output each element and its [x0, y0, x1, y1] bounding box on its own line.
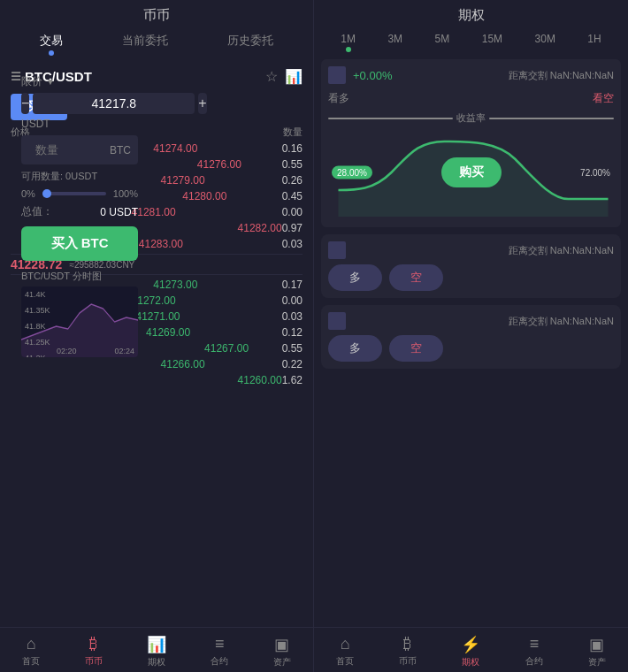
- trade-inputs: 限价 ▼ − + USDT BTC 可用数量: 0USDT 0%: [0, 71, 159, 361]
- left-bottom-nav: ⌂ 首页 ₿ 币币 📊 期权 ≡ 合约 ▣ 资产: [0, 627, 313, 672]
- card-1-bear-button[interactable]: 空: [389, 264, 443, 291]
- kline-icon[interactable]: 📊: [285, 68, 303, 85]
- time-tabs: 1M 3M 5M 15M 30M 1H: [314, 27, 628, 59]
- right-nav-contract[interactable]: ≡ 合约: [525, 635, 543, 668]
- nav-options[interactable]: 📊 期权: [147, 635, 166, 668]
- time-tab-1m[interactable]: 1M: [335, 31, 361, 54]
- card-2-bull-button[interactable]: 多: [328, 335, 382, 362]
- currency-label: USDT: [11, 116, 149, 132]
- right-nav-home-label: 首页: [336, 655, 354, 668]
- tab-history-orders[interactable]: 历史委托: [222, 31, 279, 57]
- options-cards: 距离交割 NaN:NaN:NaN 多 空 距离交割 NaN:NaN:NaN 多 …: [314, 227, 628, 627]
- time-tab-3m[interactable]: 3M: [382, 31, 408, 54]
- slider-track[interactable]: [42, 192, 106, 195]
- profit-line-right: [489, 118, 614, 119]
- table-row: 41260.00 1.62: [11, 372, 303, 388]
- star-icon[interactable]: ☆: [265, 68, 278, 85]
- buy-btc-button[interactable]: 买入 BTC: [21, 226, 138, 261]
- chart-section: BTC/USDT 分时图 41.4K 41.35K 41.8K 41.25K 4…: [11, 266, 149, 361]
- options-icon: 📊: [147, 635, 166, 654]
- options-chart-area: +0.00% 距离交割 NaN:NaN:NaN 看多 看空 收益率 28.00%…: [321, 59, 621, 227]
- card-1-distance: 距离交割 NaN:NaN:NaN: [509, 244, 614, 257]
- trade-and-orderbook: 价格 数量 41274.00 0.16 41276.00 0.55 41279.…: [0, 124, 313, 388]
- y-label-3: 41.8K: [25, 322, 50, 331]
- col-qty-header: 数量: [283, 126, 303, 139]
- time-tab-1h[interactable]: 1H: [582, 31, 606, 54]
- profit-line-left: [328, 118, 453, 119]
- card-2-bear-button[interactable]: 空: [389, 335, 443, 362]
- card-1-bull-button[interactable]: 多: [328, 264, 382, 291]
- chart-x-labels: 02:20 02:24: [57, 347, 134, 355]
- card-1-img: [328, 241, 346, 259]
- time-tab-5m[interactable]: 5M: [430, 31, 456, 54]
- chart-y-labels: 41.4K 41.35K 41.8K 41.25K 41.2K: [25, 290, 50, 357]
- right-home-icon: ⌂: [341, 635, 350, 653]
- right-nav-home[interactable]: ⌂ 首页: [336, 635, 354, 668]
- chart-bull-label: 看多: [328, 91, 349, 106]
- y-label-2: 41.35K: [25, 306, 50, 315]
- card-2-distance: 距离交割 NaN:NaN:NaN: [509, 315, 614, 328]
- pair-icons: ☆ 📊: [265, 68, 303, 85]
- options-logo: [328, 66, 346, 84]
- x-label-1: 02:20: [57, 347, 77, 355]
- card-1-btns: 多 空: [328, 264, 614, 291]
- tab-trade[interactable]: 交易: [34, 31, 68, 57]
- right-nav-options[interactable]: ⚡ 期权: [461, 635, 480, 668]
- dropdown-icon[interactable]: ▼: [46, 77, 55, 87]
- nav-coin[interactable]: ₿ 币币: [85, 635, 103, 668]
- qty-input[interactable]: [28, 139, 110, 161]
- buy-now-button[interactable]: 购买: [441, 157, 502, 187]
- right-contract-icon: ≡: [530, 635, 540, 653]
- options-pct: +0.00%: [353, 69, 392, 82]
- nav-assets-label: 资产: [273, 656, 291, 668]
- y-label-4: 41.25K: [25, 338, 50, 347]
- home-icon: ⌂: [27, 635, 36, 653]
- nav-home[interactable]: ⌂ 首页: [22, 635, 40, 668]
- options-header: +0.00% 距离交割 NaN:NaN:NaN: [328, 66, 614, 84]
- time-tab-15m[interactable]: 15M: [477, 31, 508, 54]
- y-label-1: 41.4K: [25, 290, 50, 299]
- card-2-btns: 多 空: [328, 335, 614, 362]
- nav-coin-label: 币币: [85, 655, 103, 668]
- contract-icon: ≡: [215, 635, 225, 653]
- chart-label: BTC/USDT 分时图: [21, 270, 138, 283]
- limit-row: 限价 ▼: [11, 71, 149, 91]
- slider-thumb[interactable]: [42, 189, 51, 198]
- limit-label: 限价: [21, 74, 42, 89]
- right-nav-assets[interactable]: ▣ 资产: [588, 635, 606, 668]
- nav-contract[interactable]: ≡ 合约: [211, 635, 228, 668]
- options-svg-area: 28.00% 72.00% 购买: [328, 128, 614, 217]
- mini-chart: 41.4K 41.35K 41.8K 41.25K 41.2K 02:20 02…: [21, 286, 138, 357]
- coin-icon: ₿: [89, 635, 97, 653]
- card-2-header: 距离交割 NaN:NaN:NaN: [328, 312, 614, 330]
- right-options-icon: ⚡: [461, 635, 480, 654]
- x-label-2: 02:24: [114, 347, 134, 355]
- options-card-1: 距离交割 NaN:NaN:NaN 多 空: [321, 234, 621, 298]
- right-bottom-nav: ⌂ 首页 ₿ 币币 ⚡ 期权 ≡ 合约 ▣ 资产: [314, 627, 628, 672]
- right-nav-coin[interactable]: ₿ 币币: [399, 635, 417, 668]
- total-value: 0 USDT: [100, 206, 138, 218]
- options-distance: 距离交割 NaN:NaN:NaN: [509, 69, 614, 82]
- left-title: 币币: [0, 0, 313, 27]
- nav-assets[interactable]: ▣ 资产: [273, 635, 291, 668]
- price-input[interactable]: [33, 93, 195, 114]
- time-tab-30m[interactable]: 30M: [530, 31, 561, 54]
- available-row: 可用数量: 0USDT: [11, 168, 149, 185]
- chart-labels-row: 看多 看空: [328, 88, 614, 110]
- y-label-5: 41.2K: [25, 354, 50, 357]
- available-label: 可用数量: 0USDT: [21, 170, 97, 183]
- card-1-header: 距离交割 NaN:NaN:NaN: [328, 241, 614, 259]
- left-tabs: 交易 当前委托 历史委托: [0, 27, 313, 63]
- bull-percent: 28.00%: [332, 166, 372, 179]
- price-minus-button[interactable]: −: [21, 93, 29, 114]
- options-card-2: 距离交割 NaN:NaN:NaN 多 空: [321, 305, 621, 369]
- total-label: 总值：: [21, 204, 53, 219]
- right-nav-coin-label: 币币: [399, 655, 417, 668]
- qty-input-row: BTC: [11, 132, 149, 168]
- price-input-row: − +: [11, 91, 149, 116]
- right-nav-options-label: 期权: [462, 656, 479, 668]
- tab-current-orders[interactable]: 当前委托: [117, 31, 173, 57]
- qty-currency: BTC: [110, 144, 131, 157]
- price-plus-button[interactable]: +: [198, 93, 206, 114]
- right-nav-contract-label: 合约: [525, 655, 543, 668]
